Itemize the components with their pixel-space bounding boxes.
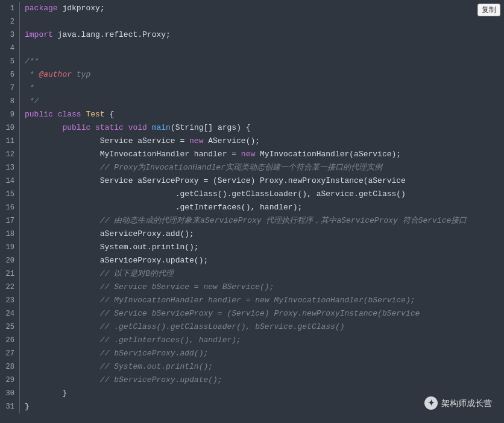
code-content[interactable]: MyInvocationHandler handler = new MyInvo… bbox=[20, 148, 401, 161]
line-number: 10 bbox=[2, 121, 20, 135]
line-number: 2 bbox=[2, 15, 20, 28]
code-content[interactable]: // 以下是对B的代理 bbox=[20, 267, 174, 281]
code-line: 16 .getInterfaces(), handler); bbox=[2, 201, 502, 214]
line-number: 20 bbox=[2, 254, 20, 267]
line-number: 5 bbox=[2, 55, 20, 68]
line-number: 28 bbox=[2, 360, 20, 374]
code-content[interactable]: System.out.println(); bbox=[20, 241, 199, 254]
watermark-text: 架构师成长营 bbox=[441, 396, 492, 410]
line-number: 8 bbox=[2, 95, 20, 108]
code-line: 29 // bServiceProxy.update(); bbox=[2, 374, 502, 387]
code-content[interactable]: // Service bServiceProxy = (Service) Pro… bbox=[20, 307, 420, 320]
code-content[interactable]: /** bbox=[20, 55, 39, 68]
code-content[interactable]: // Proxy为InvocationHandler实现类动态创建一个符合某一接… bbox=[20, 161, 382, 174]
line-number: 12 bbox=[2, 148, 20, 161]
code-content[interactable]: import java.lang.reflect.Proxy; bbox=[20, 28, 171, 42]
line-number: 9 bbox=[2, 108, 20, 121]
line-number: 17 bbox=[2, 214, 20, 227]
code-content[interactable]: } bbox=[20, 387, 67, 400]
code-content[interactable]: // 由动态生成的代理对象来aServiceProxy 代理执行程序，其中aSe… bbox=[20, 214, 467, 227]
line-number: 13 bbox=[2, 161, 20, 174]
line-number: 23 bbox=[2, 294, 20, 307]
line-number: 11 bbox=[2, 135, 20, 148]
code-content[interactable]: // System.out.println(); bbox=[20, 360, 213, 374]
code-line: 17 // 由动态生成的代理对象来aServiceProxy 代理执行程序，其中… bbox=[2, 214, 502, 227]
code-content[interactable]: .getClass().getClassLoader(), aService.g… bbox=[20, 188, 406, 201]
code-content[interactable]: * bbox=[20, 81, 34, 95]
code-line: 21 // 以下是对B的代理 bbox=[2, 267, 502, 281]
code-line: 24 // Service bServiceProxy = (Service) … bbox=[2, 307, 502, 320]
line-number: 31 bbox=[2, 400, 20, 413]
code-line: 2 bbox=[2, 15, 502, 28]
line-number: 6 bbox=[2, 68, 20, 81]
line-number: 30 bbox=[2, 387, 20, 400]
code-editor: 1package jdkproxy;23import java.lang.ref… bbox=[0, 0, 504, 423]
code-content[interactable]: // bServiceProxy.update(); bbox=[20, 374, 222, 387]
code-line: 13 // Proxy为InvocationHandler实现类动态创建一个符合… bbox=[2, 161, 502, 174]
line-number: 29 bbox=[2, 374, 20, 387]
code-content[interactable] bbox=[20, 15, 25, 28]
code-content[interactable]: Service aService = new AService(); bbox=[20, 135, 260, 148]
copy-button[interactable]: 复制 bbox=[477, 4, 500, 16]
code-line: 7 * bbox=[2, 81, 502, 95]
line-number: 27 bbox=[2, 347, 20, 360]
code-line: 23 // MyInvocationHandler handler = new … bbox=[2, 294, 502, 307]
line-number: 24 bbox=[2, 307, 20, 320]
line-number: 15 bbox=[2, 188, 20, 201]
code-content[interactable]: // MyInvocationHandler handler = new MyI… bbox=[20, 294, 415, 307]
line-number: 19 bbox=[2, 241, 20, 254]
code-line: 5/** bbox=[2, 55, 502, 68]
line-number: 22 bbox=[2, 281, 20, 294]
code-line: 6 * @author typ bbox=[2, 68, 502, 81]
code-content[interactable]: aServiceProxy.update(); bbox=[20, 254, 208, 267]
code-content[interactable]: public class Test { bbox=[20, 108, 114, 121]
line-number: 14 bbox=[2, 174, 20, 188]
code-line: 3import java.lang.reflect.Proxy; bbox=[2, 28, 502, 42]
line-number: 7 bbox=[2, 81, 20, 95]
code-content[interactable]: */ bbox=[20, 95, 39, 108]
code-content[interactable]: .getInterfaces(), handler); bbox=[20, 201, 302, 214]
code-line: 12 MyInvocationHandler handler = new MyI… bbox=[2, 148, 502, 161]
line-number: 1 bbox=[2, 2, 20, 15]
wechat-icon: ✦ bbox=[424, 396, 438, 410]
code-content[interactable]: public static void main(String[] args) { bbox=[20, 121, 251, 135]
code-line: 27 // bServiceProxy.add(); bbox=[2, 347, 502, 360]
code-line: 11 Service aService = new AService(); bbox=[2, 135, 502, 148]
line-number: 16 bbox=[2, 201, 20, 214]
code-line: 22 // Service bService = new BService(); bbox=[2, 281, 502, 294]
line-number: 21 bbox=[2, 267, 20, 281]
code-content[interactable]: } bbox=[20, 400, 30, 413]
code-line: 4 bbox=[2, 42, 502, 55]
code-content[interactable]: // .getClass().getClassLoader(), bServic… bbox=[20, 320, 345, 334]
code-line: 15 .getClass().getClassLoader(), aServic… bbox=[2, 188, 502, 201]
code-line: 20 aServiceProxy.update(); bbox=[2, 254, 502, 267]
watermark: ✦ 架构师成长营 bbox=[424, 396, 492, 410]
code-content[interactable]: // .getInterfaces(), handler); bbox=[20, 334, 241, 347]
code-content[interactable]: Service aServiceProxy = (Service) Proxy.… bbox=[20, 174, 406, 188]
code-line: 25 // .getClass().getClassLoader(), bSer… bbox=[2, 320, 502, 334]
line-number: 26 bbox=[2, 334, 20, 347]
code-content[interactable]: aServiceProxy.add(); bbox=[20, 227, 194, 241]
code-line: 14 Service aServiceProxy = (Service) Pro… bbox=[2, 174, 502, 188]
line-number: 4 bbox=[2, 42, 20, 55]
code-line: 9public class Test { bbox=[2, 108, 502, 121]
code-line: 8 */ bbox=[2, 95, 502, 108]
code-line: 28 // System.out.println(); bbox=[2, 360, 502, 374]
code-content[interactable]: package jdkproxy; bbox=[20, 2, 105, 15]
code-line: 1package jdkproxy; bbox=[2, 2, 502, 15]
code-content[interactable]: // Service bService = new BService(); bbox=[20, 281, 274, 294]
code-line: 18 aServiceProxy.add(); bbox=[2, 227, 502, 241]
code-content[interactable]: * @author typ bbox=[20, 68, 90, 81]
line-number: 18 bbox=[2, 227, 20, 241]
code-content[interactable] bbox=[20, 42, 25, 55]
code-line: 10 public static void main(String[] args… bbox=[2, 121, 502, 135]
line-number: 25 bbox=[2, 320, 20, 334]
code-line: 19 System.out.println(); bbox=[2, 241, 502, 254]
line-number: 3 bbox=[2, 28, 20, 42]
code-content[interactable]: // bServiceProxy.add(); bbox=[20, 347, 208, 360]
code-line: 26 // .getInterfaces(), handler); bbox=[2, 334, 502, 347]
